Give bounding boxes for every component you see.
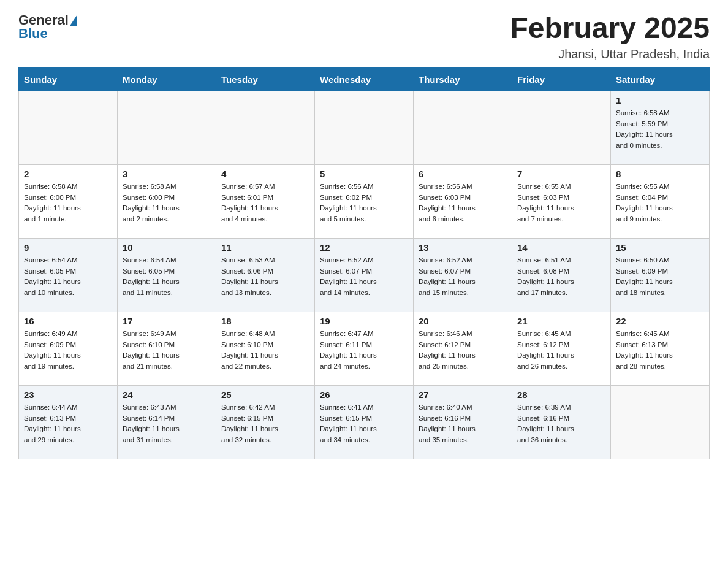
day-info: Sunrise: 6:45 AMSunset: 6:12 PMDaylight:… xyxy=(517,329,605,372)
day-info: Sunrise: 6:58 AMSunset: 6:00 PMDaylight:… xyxy=(123,182,211,225)
day-info: Sunrise: 6:51 AMSunset: 6:08 PMDaylight:… xyxy=(517,255,605,299)
day-info: Sunrise: 6:44 AMSunset: 6:13 PMDaylight:… xyxy=(24,402,112,446)
calendar-cell: 14Sunrise: 6:51 AMSunset: 6:08 PMDayligh… xyxy=(512,238,611,312)
day-info: Sunrise: 6:47 AMSunset: 6:11 PMDaylight:… xyxy=(320,329,408,372)
day-info: Sunrise: 6:55 AMSunset: 6:03 PMDaylight:… xyxy=(517,182,605,225)
calendar-week-row: 2Sunrise: 6:58 AMSunset: 6:00 PMDaylight… xyxy=(19,164,710,238)
day-number: 28 xyxy=(517,389,605,400)
calendar-cell: 19Sunrise: 6:47 AMSunset: 6:11 PMDayligh… xyxy=(315,312,414,385)
day-info: Sunrise: 6:58 AMSunset: 6:00 PMDaylight:… xyxy=(24,182,112,225)
calendar-cell: 8Sunrise: 6:55 AMSunset: 6:04 PMDaylight… xyxy=(611,164,710,238)
day-number: 13 xyxy=(419,242,507,253)
day-number: 24 xyxy=(123,389,211,400)
day-info: Sunrise: 6:57 AMSunset: 6:01 PMDaylight:… xyxy=(221,182,309,225)
calendar-cell: 5Sunrise: 6:56 AMSunset: 6:02 PMDaylight… xyxy=(315,164,414,238)
day-info: Sunrise: 6:54 AMSunset: 6:05 PMDaylight:… xyxy=(24,255,112,299)
calendar-cell: 12Sunrise: 6:52 AMSunset: 6:07 PMDayligh… xyxy=(315,238,414,312)
calendar-cell: 17Sunrise: 6:49 AMSunset: 6:10 PMDayligh… xyxy=(118,312,216,385)
month-title: February 2025 xyxy=(510,12,710,45)
day-info: Sunrise: 6:52 AMSunset: 6:07 PMDaylight:… xyxy=(419,255,507,299)
day-number: 27 xyxy=(419,389,507,400)
day-number: 4 xyxy=(221,169,309,179)
day-number: 19 xyxy=(320,316,408,326)
title-area: February 2025 Jhansi, Uttar Pradesh, Ind… xyxy=(510,12,710,61)
calendar-cell xyxy=(414,91,512,164)
calendar-cell: 23Sunrise: 6:44 AMSunset: 6:13 PMDayligh… xyxy=(19,385,118,459)
calendar-week-row: 1Sunrise: 6:58 AMSunset: 5:59 PMDaylight… xyxy=(19,91,710,164)
calendar-week-row: 9Sunrise: 6:54 AMSunset: 6:05 PMDaylight… xyxy=(19,238,710,312)
day-info: Sunrise: 6:54 AMSunset: 6:05 PMDaylight:… xyxy=(123,255,211,299)
calendar-cell: 3Sunrise: 6:58 AMSunset: 6:00 PMDaylight… xyxy=(118,164,216,238)
day-number: 26 xyxy=(320,389,408,400)
day-number: 1 xyxy=(616,95,704,105)
logo: General Blue xyxy=(18,12,78,42)
day-number: 21 xyxy=(517,316,605,326)
calendar-cell: 13Sunrise: 6:52 AMSunset: 6:07 PMDayligh… xyxy=(414,238,512,312)
day-number: 20 xyxy=(419,316,507,326)
calendar-cell: 26Sunrise: 6:41 AMSunset: 6:15 PMDayligh… xyxy=(315,385,414,459)
day-info: Sunrise: 6:56 AMSunset: 6:02 PMDaylight:… xyxy=(320,182,408,225)
day-number: 9 xyxy=(24,242,112,253)
calendar-cell: 28Sunrise: 6:39 AMSunset: 6:16 PMDayligh… xyxy=(512,385,611,459)
day-number: 12 xyxy=(320,242,408,253)
page-header: General Blue February 2025 Jhansi, Uttar… xyxy=(18,12,710,61)
calendar-week-row: 23Sunrise: 6:44 AMSunset: 6:13 PMDayligh… xyxy=(19,385,710,459)
day-number: 11 xyxy=(221,242,309,253)
calendar-cell: 15Sunrise: 6:50 AMSunset: 6:09 PMDayligh… xyxy=(611,238,710,312)
day-number: 16 xyxy=(24,316,112,326)
day-info: Sunrise: 6:55 AMSunset: 6:04 PMDaylight:… xyxy=(616,182,704,225)
logo-blue-text: Blue xyxy=(18,26,48,41)
day-number: 18 xyxy=(221,316,309,326)
calendar-cell xyxy=(315,91,414,164)
day-info: Sunrise: 6:49 AMSunset: 6:10 PMDaylight:… xyxy=(123,329,211,372)
calendar-cell: 22Sunrise: 6:45 AMSunset: 6:13 PMDayligh… xyxy=(611,312,710,385)
calendar-cell xyxy=(216,91,315,164)
day-info: Sunrise: 6:43 AMSunset: 6:14 PMDaylight:… xyxy=(123,402,211,446)
calendar-cell: 21Sunrise: 6:45 AMSunset: 6:12 PMDayligh… xyxy=(512,312,611,385)
calendar-cell xyxy=(19,91,118,164)
day-number: 5 xyxy=(320,169,408,179)
calendar-cell: 7Sunrise: 6:55 AMSunset: 6:03 PMDaylight… xyxy=(512,164,611,238)
day-number: 6 xyxy=(419,169,507,179)
calendar-cell xyxy=(611,385,710,459)
day-number: 15 xyxy=(616,242,704,253)
location-text: Jhansi, Uttar Pradesh, India xyxy=(510,47,710,61)
day-number: 14 xyxy=(517,242,605,253)
calendar-cell: 1Sunrise: 6:58 AMSunset: 5:59 PMDaylight… xyxy=(611,91,710,164)
calendar-cell: 4Sunrise: 6:57 AMSunset: 6:01 PMDaylight… xyxy=(216,164,315,238)
weekday-header-wednesday: Wednesday xyxy=(315,67,414,91)
weekday-header-row: SundayMondayTuesdayWednesdayThursdayFrid… xyxy=(19,67,710,91)
weekday-header-tuesday: Tuesday xyxy=(216,67,315,91)
day-number: 7 xyxy=(517,169,605,179)
day-info: Sunrise: 6:49 AMSunset: 6:09 PMDaylight:… xyxy=(24,329,112,372)
calendar-cell: 6Sunrise: 6:56 AMSunset: 6:03 PMDaylight… xyxy=(414,164,512,238)
day-info: Sunrise: 6:53 AMSunset: 6:06 PMDaylight:… xyxy=(221,255,309,299)
logo-triangle-icon xyxy=(70,15,77,26)
calendar-week-row: 16Sunrise: 6:49 AMSunset: 6:09 PMDayligh… xyxy=(19,312,710,385)
calendar-cell: 25Sunrise: 6:42 AMSunset: 6:15 PMDayligh… xyxy=(216,385,315,459)
calendar-cell: 20Sunrise: 6:46 AMSunset: 6:12 PMDayligh… xyxy=(414,312,512,385)
day-info: Sunrise: 6:41 AMSunset: 6:15 PMDaylight:… xyxy=(320,402,408,446)
day-info: Sunrise: 6:58 AMSunset: 5:59 PMDaylight:… xyxy=(616,108,704,151)
day-info: Sunrise: 6:40 AMSunset: 6:16 PMDaylight:… xyxy=(419,402,507,446)
day-info: Sunrise: 6:52 AMSunset: 6:07 PMDaylight:… xyxy=(320,255,408,299)
weekday-header-thursday: Thursday xyxy=(414,67,512,91)
calendar-table: SundayMondayTuesdayWednesdayThursdayFrid… xyxy=(18,67,710,459)
day-number: 3 xyxy=(123,169,211,179)
day-number: 22 xyxy=(616,316,704,326)
day-number: 8 xyxy=(616,169,704,179)
calendar-cell: 16Sunrise: 6:49 AMSunset: 6:09 PMDayligh… xyxy=(19,312,118,385)
day-number: 17 xyxy=(123,316,211,326)
calendar-cell: 2Sunrise: 6:58 AMSunset: 6:00 PMDaylight… xyxy=(19,164,118,238)
day-number: 10 xyxy=(123,242,211,253)
calendar-cell: 27Sunrise: 6:40 AMSunset: 6:16 PMDayligh… xyxy=(414,385,512,459)
calendar-cell: 24Sunrise: 6:43 AMSunset: 6:14 PMDayligh… xyxy=(118,385,216,459)
weekday-header-saturday: Saturday xyxy=(611,67,710,91)
day-number: 2 xyxy=(24,169,112,179)
day-info: Sunrise: 6:46 AMSunset: 6:12 PMDaylight:… xyxy=(419,329,507,372)
calendar-cell xyxy=(512,91,611,164)
day-number: 23 xyxy=(24,389,112,400)
day-info: Sunrise: 6:56 AMSunset: 6:03 PMDaylight:… xyxy=(419,182,507,225)
day-info: Sunrise: 6:42 AMSunset: 6:15 PMDaylight:… xyxy=(221,402,309,446)
day-number: 25 xyxy=(221,389,309,400)
